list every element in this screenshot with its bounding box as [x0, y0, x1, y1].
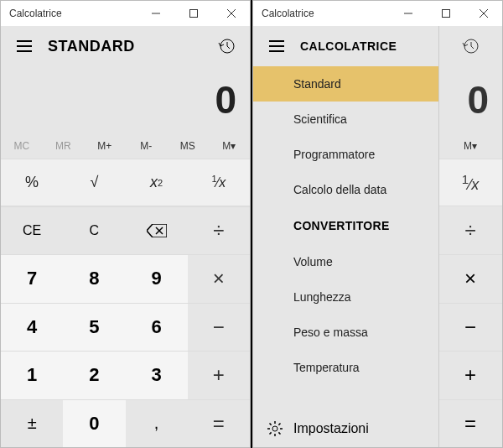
key-6[interactable]: 6 [126, 303, 188, 352]
calculator-window-menu: Calcolatrice CALCOLATRICE Standard Scien… [252, 0, 503, 448]
function-row: % √ x2 1⁄x [1, 159, 250, 206]
hamburger-icon[interactable] [8, 29, 41, 63]
memory-store[interactable]: MS [167, 133, 209, 159]
nav-panel: CALCOLATRICE Standard Scientifica Progra… [253, 26, 439, 447]
negate-button[interactable]: ± [1, 399, 63, 448]
sqrt-button[interactable]: √ [63, 159, 125, 206]
multiply-button[interactable]: × [188, 254, 250, 303]
keypad: 7 8 9 × 4 5 6 − 1 2 3 + ± 0 , = [1, 254, 250, 447]
window-title: Calcolatrice [9, 8, 137, 19]
svg-point-17 [272, 426, 277, 431]
clear-button[interactable]: C [63, 206, 125, 254]
history-icon[interactable] [438, 26, 502, 66]
key-4[interactable]: 4 [1, 303, 63, 352]
nav-section-calculator: CALCOLATRICE [300, 39, 432, 53]
equals-button[interactable]: = [438, 399, 502, 448]
nav-item-volume[interactable]: Volume [253, 244, 438, 279]
nav-item-length[interactable]: Lunghezza [253, 279, 438, 315]
key-3[interactable]: 3 [126, 351, 188, 399]
maximize-button[interactable] [174, 1, 212, 26]
display: 0 [438, 66, 502, 133]
decimal-button[interactable]: , [126, 399, 188, 448]
memory-clear[interactable]: MC [1, 133, 43, 159]
square-button[interactable]: x2 [126, 159, 188, 206]
memory-add[interactable]: M+ [84, 133, 126, 159]
key-8[interactable]: 8 [63, 254, 125, 303]
memory-subtract[interactable]: M- [126, 133, 168, 159]
display: 0 [1, 66, 250, 133]
divide-button[interactable]: ÷ [188, 206, 250, 254]
divide-button[interactable]: ÷ [438, 206, 502, 254]
svg-rect-1 [189, 10, 197, 18]
close-button[interactable] [212, 1, 250, 26]
titlebar: Calcolatrice [1, 1, 250, 26]
equals-button[interactable]: = [188, 399, 250, 448]
nav-item-temperature[interactable]: Temperatura [253, 350, 438, 385]
key-0[interactable]: 0 [63, 399, 125, 448]
nav-settings-label: Impostazioni [293, 421, 369, 436]
memory-dropdown[interactable]: M▾ [209, 133, 251, 159]
gear-icon [267, 420, 283, 437]
memory-row: MC MR M+ M- MS M▾ [1, 133, 250, 159]
clear-row: CE C ÷ [1, 206, 250, 254]
key-9[interactable]: 9 [126, 254, 188, 303]
close-button[interactable] [464, 1, 502, 26]
maximize-button[interactable] [427, 1, 464, 26]
nav-item-programmer[interactable]: Programmatore [253, 137, 438, 172]
multiply-button[interactable]: × [438, 254, 502, 303]
titlebar: Calcolatrice [253, 1, 502, 26]
memory-dropdown[interactable]: M▾ [438, 133, 502, 159]
right-column: 0 M▾ 1⁄x ÷ × − + = [438, 26, 502, 447]
header: STANDARD [1, 26, 250, 66]
nav-item-scientific[interactable]: Scientifica [253, 102, 438, 137]
key-1[interactable]: 1 [1, 351, 63, 399]
nav-item-standard[interactable]: Standard [253, 66, 438, 102]
svg-rect-11 [442, 10, 449, 18]
nav-item-date[interactable]: Calcolo della data [253, 172, 438, 207]
calculator-window-standard: Calcolatrice STANDARD 0 MC MR M+ M- MS M… [0, 0, 251, 448]
window-title: Calcolatrice [262, 8, 389, 19]
reciprocal-button[interactable]: 1⁄x [188, 159, 250, 206]
hamburger-icon[interactable] [260, 29, 293, 63]
minus-button[interactable]: − [438, 303, 502, 352]
minimize-button[interactable] [137, 1, 174, 26]
memory-recall[interactable]: MR [43, 133, 85, 159]
percent-button[interactable]: % [1, 159, 63, 206]
nav-settings[interactable]: Impostazioni [253, 410, 438, 447]
nav-section-converter: CONVERTITORE [253, 207, 438, 244]
backspace-button[interactable] [126, 206, 188, 254]
plus-button[interactable]: + [438, 351, 502, 399]
history-icon[interactable] [210, 29, 243, 63]
mode-title: STANDARD [48, 38, 210, 55]
key-5[interactable]: 5 [63, 303, 125, 352]
nav-item-weight[interactable]: Peso e massa [253, 315, 438, 350]
minimize-button[interactable] [389, 1, 427, 26]
clear-entry-button[interactable]: CE [1, 206, 63, 254]
nav-header: CALCOLATRICE [253, 26, 438, 66]
key-7[interactable]: 7 [1, 254, 63, 303]
reciprocal-button[interactable]: 1⁄x [438, 159, 502, 206]
plus-button[interactable]: + [188, 351, 250, 399]
key-2[interactable]: 2 [63, 351, 125, 399]
minus-button[interactable]: − [188, 303, 250, 352]
